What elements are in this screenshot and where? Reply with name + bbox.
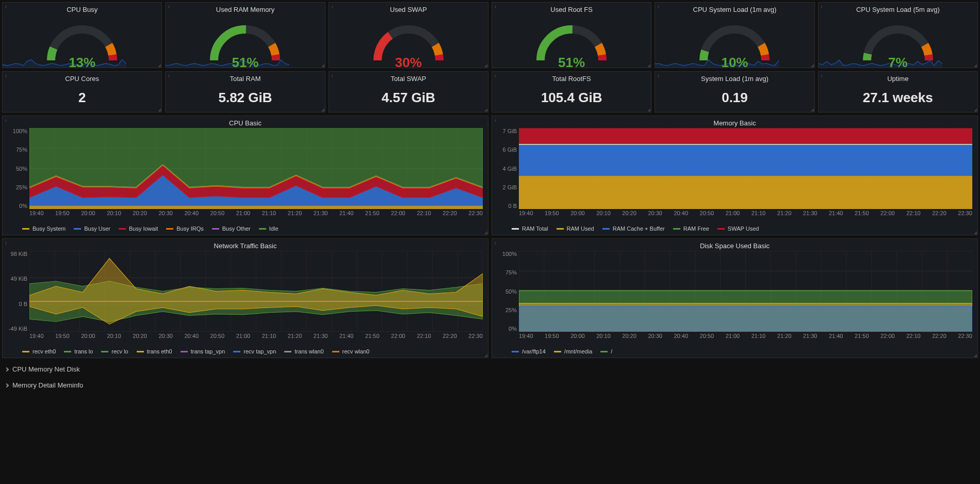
xaxis-tick: 20:30 (158, 333, 173, 339)
gauge-panel[interactable]: i CPU System Load (5m avg) 7% (818, 2, 978, 68)
gauge-panel[interactable]: i CPU Busy 13% (2, 2, 162, 68)
info-icon[interactable]: i (5, 4, 7, 9)
resize-handle[interactable] (974, 64, 977, 67)
info-icon[interactable]: i (658, 73, 659, 78)
resize-handle[interactable] (484, 64, 487, 67)
legend-item[interactable]: trans wlan0 (284, 348, 323, 354)
xaxis-tick: 20:50 (210, 210, 225, 216)
gauge-panel[interactable]: i Used SWAP 30% (329, 2, 488, 68)
yaxis-tick: 0 B (6, 301, 27, 307)
resize-handle[interactable] (484, 354, 487, 357)
collapsed-row[interactable]: Memory Detail Meminfo (2, 377, 978, 393)
stat-panel[interactable]: i CPU Cores 2 (2, 71, 162, 112)
resize-handle[interactable] (321, 108, 324, 111)
panel-title: CPU Basic (3, 116, 488, 128)
xaxis-tick: 19:50 (545, 333, 559, 339)
info-icon[interactable]: i (495, 118, 496, 123)
legend-item[interactable]: RAM Total (512, 225, 548, 232)
panel-network-basic[interactable]: i Network Traffic Basic 98 KiB49 KiB0 B-… (2, 238, 488, 358)
legend-item[interactable]: recv lo (101, 348, 128, 354)
gauge-panel[interactable]: i CPU System Load (1m avg) 10% (655, 2, 814, 68)
stat-panel[interactable]: i Uptime 27.1 weeks (818, 71, 978, 112)
resize-handle[interactable] (974, 108, 977, 111)
stat-value: 0.19 (655, 84, 814, 112)
panel-disk-basic[interactable]: i Disk Space Used Basic 100%75%50%25%0% … (492, 238, 978, 358)
legend-item[interactable]: RAM Free (673, 225, 709, 232)
stat-panel[interactable]: i Total SWAP 4.57 GiB (329, 71, 488, 112)
legend-item[interactable]: Busy User (74, 225, 110, 232)
info-icon[interactable]: i (821, 73, 823, 78)
resize-handle[interactable] (484, 231, 487, 234)
xaxis-tick: 21:30 (314, 333, 328, 339)
xaxis-tick: 21:10 (262, 333, 276, 339)
info-icon[interactable]: i (5, 240, 7, 246)
legend-item[interactable]: trans lo (64, 348, 93, 354)
panel-title: Disk Space Used Basic (492, 239, 977, 251)
legend-item[interactable]: recv tap_vpn (233, 348, 276, 354)
legend-item[interactable]: Busy Other (212, 225, 251, 232)
info-icon[interactable]: i (5, 118, 7, 123)
chart-body: 100%75%50%25%0% 19:4019:5020:0020:1020:2… (8, 128, 483, 223)
xaxis-tick: 22:00 (880, 210, 895, 216)
stat-panel[interactable]: i Total RootFS 105.4 GiB (492, 71, 651, 112)
info-icon[interactable]: i (821, 4, 823, 9)
xaxis-tick: 21:00 (726, 210, 740, 216)
info-icon[interactable]: i (495, 4, 496, 9)
info-icon[interactable]: i (495, 73, 496, 78)
resize-handle[interactable] (158, 108, 161, 111)
info-icon[interactable]: i (495, 240, 496, 246)
legend-swatch (512, 351, 519, 352)
chevron-right-icon (5, 367, 9, 371)
panel-title: Memory Basic (492, 116, 977, 128)
resize-handle[interactable] (811, 64, 814, 67)
info-icon[interactable]: i (168, 73, 170, 78)
panel-cpu-basic[interactable]: i CPU Basic 100%75%50%25%0% 19:4019:5020… (2, 116, 488, 235)
info-icon[interactable]: i (168, 4, 170, 9)
legend-item[interactable]: Busy System (22, 225, 66, 232)
info-icon[interactable]: i (332, 73, 333, 78)
legend-item[interactable]: recv wlan0 (332, 348, 370, 354)
gauge-panel[interactable]: i Used RAM Memory 51% (165, 2, 325, 68)
resize-handle[interactable] (484, 108, 487, 111)
xaxis-tick: 21:10 (752, 333, 766, 339)
legend-item[interactable]: trans tap_vpn (181, 348, 225, 354)
xaxis-tick: 22:20 (443, 210, 457, 216)
resize-handle[interactable] (811, 108, 814, 111)
collapsed-row[interactable]: CPU Memory Net Disk (2, 361, 978, 377)
yaxis-tick: 0% (6, 203, 27, 209)
legend-swatch (64, 351, 71, 352)
legend-label: RAM Used (567, 225, 594, 232)
legend-item[interactable]: /var/ftp14 (512, 348, 546, 354)
resize-handle[interactable] (321, 64, 324, 67)
info-icon[interactable]: i (332, 4, 333, 9)
resize-handle[interactable] (647, 108, 650, 111)
legend-item[interactable]: / (600, 348, 612, 354)
legend-item[interactable]: RAM Used (557, 225, 594, 232)
legend-item[interactable]: SWAP Used (717, 225, 759, 232)
panel-title: Used Root FS (492, 3, 651, 14)
resize-handle[interactable] (974, 354, 977, 357)
legend-label: recv eth0 (32, 348, 56, 354)
legend-item[interactable]: Idle (259, 225, 279, 232)
yaxis-tick: 25% (6, 184, 27, 190)
resize-handle[interactable] (647, 64, 650, 67)
legend-item[interactable]: Busy Iowait (119, 225, 158, 232)
legend-swatch (557, 228, 564, 230)
legend-label: /var/ftp14 (522, 348, 546, 354)
legend-item[interactable]: trans eth0 (137, 348, 172, 354)
panel-memory-basic[interactable]: i Memory Basic 7 GiB6 GiB4 GiB2 GiB0 B 1… (492, 116, 978, 235)
legend-item[interactable]: /mnt/media (554, 348, 592, 354)
gauge-panel[interactable]: i Used Root FS 51% (492, 2, 651, 68)
legend-item[interactable]: recv eth0 (22, 348, 56, 354)
resize-handle[interactable] (974, 231, 977, 234)
resize-handle[interactable] (158, 64, 161, 67)
legend-item[interactable]: RAM Cache + Buffer (602, 225, 665, 232)
xaxis-tick: 20:20 (133, 210, 147, 216)
legend-swatch (137, 351, 144, 352)
stat-panel[interactable]: i Total RAM 5.82 GiB (165, 71, 325, 112)
legend-item[interactable]: Busy IRQs (166, 225, 204, 232)
info-icon[interactable]: i (658, 4, 659, 9)
info-icon[interactable]: i (5, 73, 7, 78)
xaxis-tick: 22:30 (958, 210, 972, 216)
stat-panel[interactable]: i System Load (1m avg) 0.19 (655, 71, 814, 112)
